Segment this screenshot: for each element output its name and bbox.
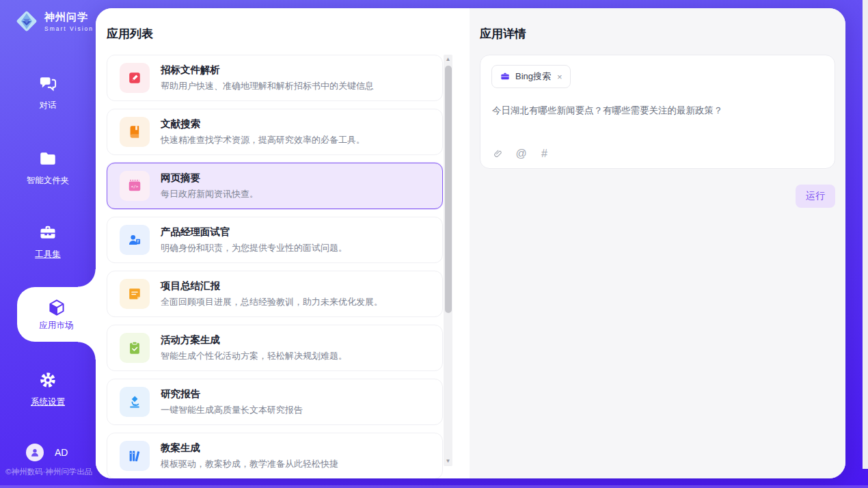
app-card-title: 活动方案生成 [161, 334, 347, 347]
app-card-desc: 快速精准查找学术资源，提高研究效率的必备工具。 [161, 134, 365, 146]
app-icon-box [120, 333, 150, 363]
app-card-title: 项目总结汇报 [161, 280, 383, 293]
run-button[interactable]: 运行 [796, 185, 835, 208]
app-card-lesson-plan[interactable]: 教案生成 模板驱动，教案秒成，教学准备从此轻松快捷 [107, 433, 443, 478]
sidebar-item-label: 智能文件夹 [0, 175, 96, 187]
browser-code-icon: </> [127, 178, 142, 193]
app-card-title: 文献搜索 [161, 118, 365, 131]
books-icon [127, 448, 142, 463]
app-icon-box [120, 387, 150, 417]
tool-tag-bing-search[interactable]: Bing搜索 × [491, 65, 571, 88]
sidebar-item-label: 工具集 [0, 249, 96, 260]
book-icon [127, 124, 142, 139]
brand-gem-icon [14, 8, 40, 34]
app-detail-title: 应用详情 [480, 26, 526, 42]
gear-icon [38, 370, 57, 390]
app-card-desc: 明确身份和职责，为您提供专业性的面试问题。 [161, 242, 347, 254]
clipboard-check-icon [127, 340, 142, 355]
app-icon-box [120, 441, 150, 471]
app-card-desc: 帮助用户快速、准确地理解和解析招标书中的关键信息 [161, 80, 374, 92]
brand-name: 神州问学 [44, 11, 94, 24]
at-icon[interactable]: @ [515, 148, 527, 159]
pen-square-icon [127, 70, 142, 85]
window-bottom-edge [0, 485, 868, 488]
app-card-desc: 全面回顾项目进展，总结经验教训，助力未来优化发展。 [161, 296, 383, 308]
prompt-text[interactable]: 今日湖北有哪些新闻要点？有哪些需要关注的最新政策？ [492, 104, 824, 118]
app-card-desc: 每日政府新闻资讯快查。 [161, 188, 258, 200]
app-list-panel: 应用列表 招标文件解析 帮助用户快速、准确地理解和解析招标书中的关键信息 [96, 8, 470, 478]
app-icon-box [120, 279, 150, 309]
app-list-title: 应用列表 [107, 26, 153, 42]
interviewer-icon [127, 232, 142, 247]
app-card-desc: 模板驱动，教案秒成，教学准备从此轻松快捷 [161, 458, 338, 470]
sidebar-item-smart-folder[interactable]: 智能文件夹 [0, 149, 96, 187]
app-card-webpage-summary[interactable]: </> 网页摘要 每日政府新闻资讯快查。 [107, 163, 443, 209]
sidebar-item-label: 对话 [0, 100, 96, 111]
app-card-literature-search[interactable]: 文献搜索 快速精准查找学术资源，提高研究效率的必备工具。 [107, 109, 443, 155]
sidebar-item-chat[interactable]: 对话 [0, 74, 96, 111]
app-card-title: 招标文件解析 [161, 64, 374, 77]
briefcase-icon [500, 71, 511, 82]
prompt-card[interactable]: Bing搜索 × 今日湖北有哪些新闻要点？有哪些需要关注的最新政策？ @ # [480, 55, 835, 169]
scrollbar-thumb[interactable] [445, 66, 452, 313]
app-card-title: 网页摘要 [161, 172, 258, 185]
app-icon-box: </> [120, 171, 150, 201]
app-card-desc: 一键智能生成高质量长文本研究报告 [161, 404, 303, 416]
brand-logo: 神州问学 Smart Vision [14, 8, 94, 34]
avatar [26, 444, 44, 461]
prompt-toolbar: @ # [492, 148, 550, 159]
sidebar-item-app-market[interactable]: 应用市场 [17, 287, 96, 342]
toolbox-icon [38, 223, 57, 242]
app-icon-box [120, 63, 150, 93]
content-surface: 应用列表 招标文件解析 帮助用户快速、准确地理解和解析招标书中的关键信息 [96, 8, 845, 478]
brand-subtitle: Smart Vision [44, 25, 94, 32]
app-card-pm-interviewer[interactable]: 产品经理面试官 明确身份和职责，为您提供专业性的面试问题。 [107, 217, 443, 263]
tool-tag-label: Bing搜索 [515, 70, 551, 83]
user-initials: AD [55, 447, 68, 458]
sidebar-item-toolset[interactable]: 工具集 [0, 223, 96, 260]
app-card-bid-document-parsing[interactable]: 招标文件解析 帮助用户快速、准确地理解和解析招标书中的关键信息 [107, 55, 443, 101]
app-card-title: 产品经理面试官 [161, 226, 347, 239]
sidebar-item-label: 系统设置 [0, 396, 96, 408]
user-account[interactable]: AD [26, 444, 68, 461]
microscope-icon [127, 394, 142, 409]
app-detail-panel: 应用详情 Bing搜索 × 今日湖北有哪些新闻要点？有哪些需要关注的最新政策？ [470, 8, 845, 478]
sidebar-item-settings[interactable]: 系统设置 [0, 370, 96, 408]
app-list: 招标文件解析 帮助用户快速、准确地理解和解析招标书中的关键信息 文献搜索 快速精… [107, 55, 443, 478]
person-icon [29, 447, 40, 458]
chat-icon [38, 74, 57, 93]
window-gutter [863, 0, 868, 469]
hash-icon[interactable]: # [539, 148, 550, 159]
app-card-research-report[interactable]: 研究报告 一键智能生成高质量长文本研究报告 [107, 379, 443, 425]
list-scrollbar[interactable]: ▲ ▼ [444, 55, 452, 466]
app-icon-box [120, 117, 150, 147]
app-icon-box [120, 225, 150, 255]
sidebar-item-label: 应用市场 [40, 320, 74, 331]
cube-icon [47, 298, 66, 317]
app-card-desc: 智能生成个性化活动方案，轻松解决规划难题。 [161, 350, 347, 362]
svg-text:</>: </> [131, 184, 139, 189]
app-card-project-summary[interactable]: 项目总结汇报 全面回顾项目进展，总结经验教训，助力未来优化发展。 [107, 271, 443, 317]
note-icon [127, 286, 142, 301]
scroll-down-icon[interactable]: ▼ [444, 457, 452, 466]
tag-close-icon[interactable]: × [557, 72, 562, 82]
app-card-event-plan[interactable]: 活动方案生成 智能生成个性化活动方案，轻松解决规划难题。 [107, 325, 443, 371]
sidebar: 神州问学 Smart Vision 对话 智能文件夹 工具集 应用市场 [0, 0, 96, 488]
app-card-title: 研究报告 [161, 388, 303, 401]
app-card-title: 教案生成 [161, 442, 338, 455]
copyright-text: ©神州数码·神州问学出品 [5, 467, 92, 477]
scroll-up-icon[interactable]: ▲ [444, 55, 452, 64]
paperclip-icon[interactable] [492, 148, 504, 159]
folder-icon [38, 149, 57, 168]
